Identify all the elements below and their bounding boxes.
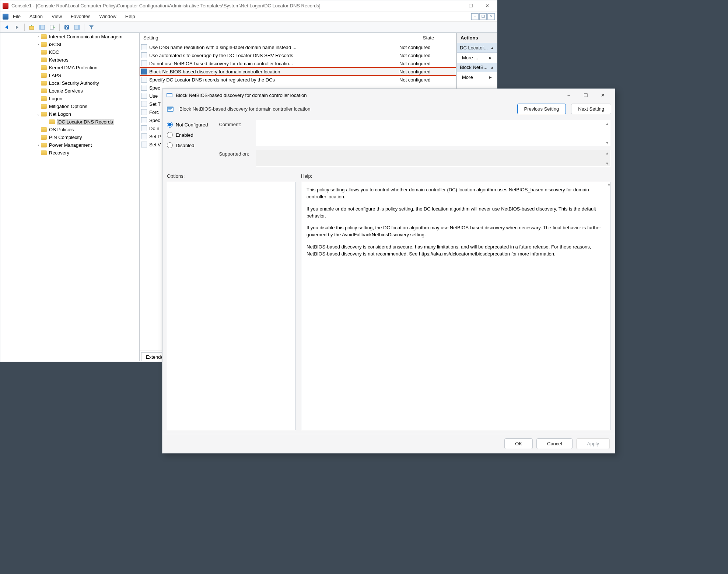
dialog-maximize-button[interactable]: ☐ bbox=[577, 90, 594, 101]
radio-not-configured[interactable]: Not Configured bbox=[167, 122, 208, 128]
next-setting-button[interactable]: Next Setting bbox=[571, 104, 611, 114]
menu-view[interactable]: View bbox=[47, 12, 66, 21]
scroll-up-icon[interactable]: ▲ bbox=[604, 150, 610, 156]
radio-not-configured-input[interactable] bbox=[167, 122, 173, 128]
maximize-button[interactable]: ☐ bbox=[462, 0, 479, 11]
menu-file[interactable]: File bbox=[8, 12, 25, 21]
tree-item[interactable]: LAPS bbox=[0, 72, 139, 79]
collapse-icon: ▲ bbox=[490, 65, 494, 69]
svg-rect-11 bbox=[168, 108, 173, 111]
help-scrollbar[interactable]: ▲ bbox=[606, 182, 612, 186]
dialog-minimize-button[interactable]: – bbox=[560, 90, 577, 101]
tree-item[interactable]: OS Policies bbox=[0, 126, 139, 133]
tree-item-label: Kernel DMA Protection bbox=[49, 65, 98, 70]
col-state[interactable]: State bbox=[401, 33, 456, 42]
tree-item[interactable]: Logon bbox=[0, 95, 139, 102]
tree-item[interactable]: ⌄Net Logon bbox=[0, 110, 139, 118]
child-minimize-button[interactable]: – bbox=[471, 13, 479, 20]
tree-item-label: Recovery bbox=[49, 150, 69, 156]
tree-item[interactable]: KDC bbox=[0, 48, 139, 56]
child-close-button[interactable]: ✕ bbox=[487, 13, 495, 20]
dialog-titlebar: Block NetBIOS-based discovery for domain… bbox=[162, 89, 615, 101]
scroll-up-icon[interactable]: ▲ bbox=[604, 121, 610, 126]
tree-item[interactable]: Kerberos bbox=[0, 56, 139, 64]
menubar: File Action View Favorites Window Help –… bbox=[0, 11, 497, 22]
help-para: NetBIOS-based discovery is considered un… bbox=[307, 244, 605, 258]
scroll-down-icon[interactable]: ▼ bbox=[604, 160, 610, 166]
show-hide-action-button[interactable] bbox=[73, 23, 81, 32]
ok-button[interactable]: OK bbox=[504, 438, 533, 449]
previous-setting-button[interactable]: Previous Setting bbox=[517, 104, 566, 114]
policy-row[interactable]: Do not use NetBIOS-based discovery for d… bbox=[140, 59, 456, 67]
folder-icon bbox=[41, 81, 47, 86]
show-hide-tree-button[interactable] bbox=[38, 23, 46, 32]
tree-item[interactable]: ›Power Management bbox=[0, 141, 139, 149]
actions-more-2[interactable]: More ▶ bbox=[457, 72, 497, 82]
svg-rect-2 bbox=[39, 25, 41, 29]
actions-more-1[interactable]: More ... ▶ bbox=[457, 53, 497, 63]
child-restore-button[interactable]: ❐ bbox=[479, 13, 487, 20]
policy-row[interactable]: Use DNS name resolution with a single-la… bbox=[140, 43, 456, 51]
help-button[interactable]: ? bbox=[62, 23, 71, 32]
policy-icon bbox=[141, 44, 147, 50]
policy-row[interactable]: Specify DC Locator DNS records not regis… bbox=[140, 76, 456, 84]
actions-header: Actions bbox=[457, 33, 497, 43]
radio-disabled-input[interactable] bbox=[167, 142, 173, 148]
up-button[interactable] bbox=[27, 23, 36, 32]
arrow-right-icon: ▶ bbox=[489, 56, 492, 60]
menu-window[interactable]: Window bbox=[95, 12, 121, 21]
tree-item[interactable]: DC Locator DNS Records bbox=[0, 118, 139, 126]
tree-item[interactable]: Mitigation Options bbox=[0, 102, 139, 110]
policy-row[interactable]: Use automated site coverage by the DC Lo… bbox=[140, 51, 456, 59]
comment-textarea[interactable]: ▲ ▼ bbox=[256, 120, 610, 146]
menu-favorites[interactable]: Favorites bbox=[66, 12, 95, 21]
tree-item[interactable]: Recovery bbox=[0, 149, 139, 157]
policy-row[interactable]: Block NetBIOS-based discovery for domain… bbox=[140, 67, 456, 76]
forward-button[interactable] bbox=[13, 23, 22, 32]
col-setting[interactable]: Setting bbox=[140, 33, 401, 42]
filter-button[interactable] bbox=[87, 23, 96, 32]
chevron-right-icon[interactable]: › bbox=[36, 42, 41, 46]
dialog-close-button[interactable]: ✕ bbox=[594, 90, 611, 101]
dialog-policy-name: Block NetBIOS-based discovery for domain… bbox=[179, 106, 512, 112]
tree-item[interactable]: ›iSCSI bbox=[0, 41, 139, 48]
chevron-right-icon[interactable]: › bbox=[36, 35, 41, 39]
tree-item-label: Mitigation Options bbox=[49, 104, 87, 109]
policy-setting-text: Do not use NetBIOS-based discovery for d… bbox=[149, 61, 399, 66]
policy-icon bbox=[141, 52, 147, 58]
close-button[interactable]: ✕ bbox=[479, 0, 496, 11]
help-para: If you enable or do not configure this p… bbox=[307, 206, 605, 220]
svg-text:?: ? bbox=[65, 24, 68, 30]
menu-action[interactable]: Action bbox=[25, 12, 47, 21]
chevron-right-icon[interactable]: › bbox=[36, 143, 41, 147]
cancel-button[interactable]: Cancel bbox=[536, 438, 573, 449]
doc-icon bbox=[3, 14, 8, 20]
tree-item[interactable]: Kernel DMA Protection bbox=[0, 64, 139, 72]
tree-item[interactable]: PIN Complexity bbox=[0, 133, 139, 141]
help-text: This policy setting allows you to contro… bbox=[301, 182, 610, 430]
radio-disabled[interactable]: Disabled bbox=[167, 142, 208, 148]
menu-help[interactable]: Help bbox=[121, 12, 140, 21]
actions-group-dclocator[interactable]: DC Locator... ▲ bbox=[457, 43, 497, 53]
policy-icon bbox=[141, 69, 147, 74]
export-list-button[interactable] bbox=[48, 23, 57, 32]
folder-icon bbox=[41, 58, 47, 62]
chevron-down-icon[interactable]: ⌄ bbox=[36, 112, 41, 116]
apply-button[interactable]: Apply bbox=[576, 438, 610, 449]
tree-item[interactable]: ›Internet Communication Managem bbox=[0, 33, 139, 41]
radio-enabled-input[interactable] bbox=[167, 132, 173, 138]
minimize-button[interactable]: – bbox=[446, 0, 462, 11]
tree-item[interactable]: Locale Services bbox=[0, 87, 139, 95]
help-panel: Help: This policy setting allows you to … bbox=[301, 173, 610, 430]
actions-group-blocknetb[interactable]: Block NetB... ▲ bbox=[457, 63, 497, 72]
policy-setting-text: Specify DC Locator DNS records not regis… bbox=[149, 77, 399, 83]
actions-more-label: More ... bbox=[462, 55, 478, 60]
radio-enabled[interactable]: Enabled bbox=[167, 132, 208, 138]
scroll-down-icon[interactable]: ▼ bbox=[604, 140, 610, 146]
back-button[interactable] bbox=[3, 23, 11, 32]
tree-item[interactable]: Local Security Authority bbox=[0, 79, 139, 87]
folder-icon bbox=[41, 150, 47, 155]
folder-icon bbox=[41, 104, 47, 109]
toolbar: ? bbox=[0, 22, 497, 33]
policy-state-text: Not configured bbox=[399, 45, 455, 50]
